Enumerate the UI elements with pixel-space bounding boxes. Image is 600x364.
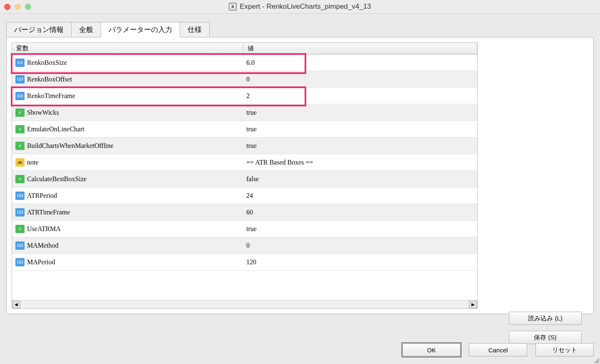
table-row[interactable]: 123MAPeriod120 — [12, 254, 477, 271]
param-value[interactable]: true — [243, 121, 477, 138]
int-type-icon: 123 — [15, 92, 25, 100]
window-controls — [4, 4, 31, 10]
param-value[interactable]: true — [243, 221, 477, 237]
table-row[interactable]: 123RenkoTimeFrame2 — [12, 88, 477, 104]
param-name: MAPeriod — [27, 258, 55, 266]
ok-button[interactable]: OK — [402, 343, 461, 357]
tab-bar: バージョン情報 全般 パラメーターの入力 仕様 — [0, 14, 600, 37]
tab-general[interactable]: 全般 — [71, 22, 101, 37]
table-row[interactable]: 123ATRTimeFrame60 — [12, 204, 477, 221]
int-type-icon: 123 — [15, 75, 25, 84]
int-type-icon: 123 — [15, 192, 25, 200]
int-type-icon: 123 — [15, 241, 25, 250]
param-name: UseATRMA — [27, 225, 61, 233]
param-value[interactable]: true — [243, 138, 477, 154]
int-type-icon: 123 — [15, 258, 25, 266]
param-name: EmulateOnLineChart — [27, 125, 84, 133]
param-name: BuildChartsWhenMarketOffline — [27, 142, 114, 150]
param-name: RenkoBoxSize — [27, 59, 67, 66]
bool-type-icon: ✓ — [15, 225, 25, 233]
window-title-text: Expert - RenkoLiveCharts_pimped_v4_13 — [240, 2, 371, 11]
param-value[interactable]: 0 — [243, 71, 477, 88]
table-row[interactable]: 123ATRPeriod24 — [12, 187, 477, 204]
bool-type-icon: ✓ — [15, 108, 25, 117]
table-row[interactable]: ✓EmulateOnLineCharttrue — [12, 121, 477, 138]
scroll-right-button[interactable]: ▶ — [469, 301, 477, 308]
titlebar: X Expert - RenkoLiveCharts_pimped_v4_13 — [0, 0, 600, 13]
param-name: ShowWicks — [27, 109, 59, 116]
int-type-icon: 123 — [15, 208, 25, 216]
table-row[interactable]: ✓CalculateBestBoxSizefalse — [12, 171, 477, 187]
param-value[interactable]: 2 — [243, 88, 477, 104]
window-body: バージョン情報 全般 パラメーターの入力 仕様 変数 値 1/2RenkoBox… — [0, 13, 600, 364]
close-window-button[interactable] — [4, 4, 10, 10]
param-value[interactable]: 120 — [243, 254, 477, 271]
param-name: RenkoBoxOffset — [27, 76, 72, 83]
bool-type-icon: ✓ — [15, 175, 25, 183]
col-header-variable[interactable]: 変数 — [12, 43, 243, 54]
table-row[interactable]: 123RenkoBoxOffset0 — [12, 71, 477, 88]
app-icon: X — [229, 3, 236, 10]
table-row[interactable]: 123MAMethod0 — [12, 237, 477, 254]
param-value[interactable]: 60 — [243, 204, 477, 221]
param-value[interactable]: 6.0 — [243, 54, 477, 71]
param-value[interactable]: false — [243, 171, 477, 187]
param-name: RenkoTimeFrame — [27, 92, 75, 100]
load-button[interactable]: 読み込み (L) — [509, 312, 582, 325]
table-row[interactable]: ✓ShowWickstrue — [12, 104, 477, 121]
param-name: note — [27, 159, 39, 166]
col-header-value[interactable]: 値 — [243, 43, 477, 54]
parameter-table-container: 変数 値 1/2RenkoBoxSize6.0123RenkoBoxOffset… — [12, 42, 478, 309]
param-value[interactable]: 24 — [243, 187, 477, 204]
table-row[interactable]: ✓BuildChartsWhenMarketOfflinetrue — [12, 138, 477, 154]
resize-grip[interactable] — [593, 357, 599, 363]
param-name: CalculateBestBoxSize — [27, 175, 87, 183]
param-name: MAMethod — [27, 242, 59, 249]
save-button[interactable]: 保存 (S) — [509, 331, 582, 344]
bottom-button-bar: OK Cancel リセット — [402, 343, 594, 357]
table-row[interactable]: ✓UseATRMAtrue — [12, 221, 477, 237]
cancel-button[interactable]: Cancel — [469, 343, 527, 357]
param-name: ATRTimeFrame — [27, 209, 70, 216]
param-value[interactable]: == ATR Based Boxes == — [243, 154, 477, 171]
tab-content-panel: 変数 値 1/2RenkoBoxSize6.0123RenkoBoxOffset… — [6, 37, 594, 314]
bool-type-icon: ✓ — [15, 125, 25, 133]
tab-version-info[interactable]: バージョン情報 — [6, 22, 72, 37]
tab-specification[interactable]: 仕様 — [180, 22, 210, 37]
param-name: ATRPeriod — [27, 192, 57, 199]
minimize-window-button[interactable] — [15, 4, 21, 10]
window-title: X Expert - RenkoLiveCharts_pimped_v4_13 — [229, 2, 371, 11]
param-value[interactable]: 0 — [243, 237, 477, 254]
double-type-icon: 1/2 — [15, 59, 25, 67]
param-value[interactable]: true — [243, 104, 477, 121]
bool-type-icon: ✓ — [15, 142, 25, 150]
parameter-table: 変数 値 1/2RenkoBoxSize6.0123RenkoBoxOffset… — [12, 43, 477, 271]
scroll-track[interactable] — [20, 301, 469, 308]
maximize-window-button[interactable] — [25, 4, 31, 10]
horizontal-scrollbar[interactable]: ◀ ▶ — [12, 300, 477, 308]
table-row[interactable]: 1/2RenkoBoxSize6.0 — [12, 54, 477, 71]
scroll-left-button[interactable]: ◀ — [12, 301, 20, 308]
side-button-group: 読み込み (L) 保存 (S) — [509, 312, 582, 344]
tab-parameter-input[interactable]: パラメーターの入力 — [101, 22, 180, 37]
table-row[interactable]: abnote== ATR Based Boxes == — [12, 154, 477, 171]
string-type-icon: ab — [15, 158, 25, 167]
reset-button[interactable]: リセット — [536, 343, 594, 357]
